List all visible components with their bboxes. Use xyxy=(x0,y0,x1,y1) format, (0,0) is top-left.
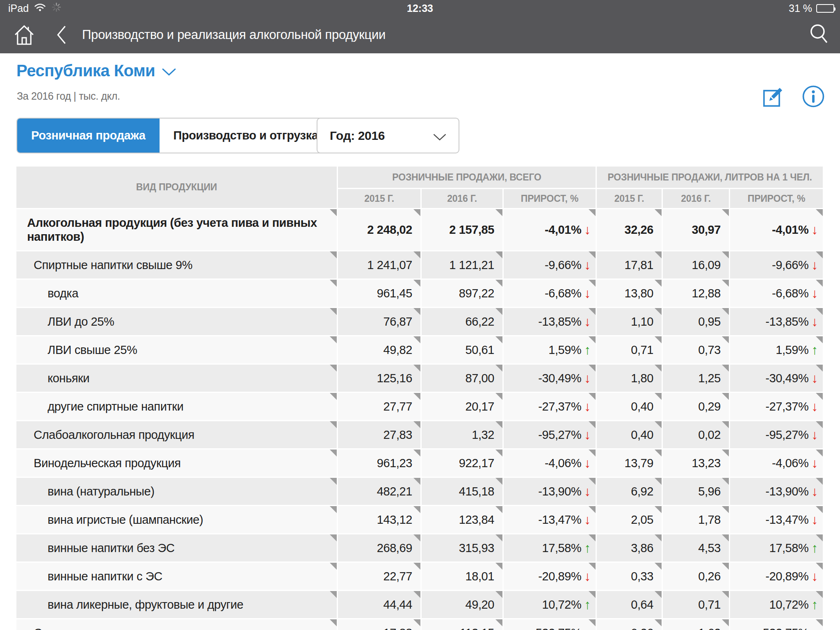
per-capita-growth-cell[interactable]: 17,58%↑ xyxy=(730,534,823,562)
retail-total-2015-cell[interactable]: 22,77 xyxy=(338,563,420,590)
per-capita-2015-cell[interactable]: 0,40 xyxy=(597,393,662,420)
retail-total-growth-cell[interactable]: -13,90%↓ xyxy=(504,478,596,505)
product-name-cell[interactable]: вина игристые (шампанские) xyxy=(16,506,337,533)
per-capita-2016-cell[interactable]: 1,62 xyxy=(663,619,729,630)
product-name-cell[interactable]: вина (натуральные) xyxy=(16,478,337,505)
retail-total-2015-cell[interactable]: 2 248,02 xyxy=(338,209,420,250)
per-capita-2015-cell[interactable]: 1,10 xyxy=(597,308,662,335)
per-capita-2015-cell[interactable]: 0,71 xyxy=(597,336,662,363)
product-name-cell[interactable]: коньяки xyxy=(16,365,337,392)
retail-total-growth-cell[interactable]: -13,85%↓ xyxy=(504,308,596,335)
retail-total-2016-cell[interactable]: 20,17 xyxy=(422,393,502,420)
per-capita-2015-cell[interactable]: 0,33 xyxy=(597,563,662,590)
retail-total-2015-cell[interactable]: 482,21 xyxy=(338,478,420,505)
per-capita-2016-cell[interactable]: 0,95 xyxy=(663,308,729,335)
retail-total-2015-cell[interactable]: 27,77 xyxy=(338,393,420,420)
retail-total-2016-cell[interactable]: 2 157,85 xyxy=(422,209,502,250)
tab-retail-sales[interactable]: Розничная продажа xyxy=(17,119,160,153)
retail-total-growth-cell[interactable]: -30,49%↓ xyxy=(504,365,596,392)
per-capita-2016-cell[interactable]: 0,71 xyxy=(663,591,729,618)
retail-total-2015-cell[interactable]: 1 241,07 xyxy=(338,251,420,278)
retail-total-2015-cell[interactable]: 125,16 xyxy=(338,365,420,392)
per-capita-2015-cell[interactable]: 13,80 xyxy=(597,280,662,307)
retail-total-growth-cell[interactable]: 17,58%↑ xyxy=(504,534,596,562)
retail-total-2015-cell[interactable]: 143,12 xyxy=(338,506,420,533)
per-capita-2015-cell[interactable]: 2,05 xyxy=(597,506,662,533)
per-capita-2016-cell[interactable]: 0,02 xyxy=(663,421,729,448)
per-capita-2015-cell[interactable]: 6,92 xyxy=(597,478,662,505)
retail-total-growth-cell[interactable]: -9,66%↓ xyxy=(504,251,596,278)
per-capita-2015-cell[interactable]: 1,80 xyxy=(597,365,662,392)
retail-total-2016-cell[interactable]: 49,20 xyxy=(422,591,502,618)
edit-icon[interactable] xyxy=(762,85,785,110)
per-capita-2016-cell[interactable]: 0,29 xyxy=(663,393,729,420)
retail-total-growth-cell[interactable]: -6,68%↓ xyxy=(504,280,596,307)
product-name-cell[interactable]: Слабоалкогольная продукция xyxy=(16,421,337,448)
region-selector[interactable]: Республика Коми xyxy=(16,62,176,80)
per-capita-2015-cell[interactable]: 0,26 xyxy=(597,619,662,630)
per-capita-growth-cell[interactable]: 532,75%↑ xyxy=(730,619,823,630)
retail-total-growth-cell[interactable]: 1,59%↑ xyxy=(504,336,596,363)
product-name-cell[interactable]: винные напитки без ЭС xyxy=(16,534,337,562)
per-capita-2015-cell[interactable]: 3,86 xyxy=(597,534,662,562)
retail-total-2015-cell[interactable]: 268,69 xyxy=(338,534,420,562)
product-name-cell[interactable]: ЛВИ свыше 25% xyxy=(16,336,337,363)
per-capita-2016-cell[interactable]: 13,23 xyxy=(663,450,729,477)
home-button[interactable] xyxy=(12,23,36,47)
per-capita-growth-cell[interactable]: -20,89%↓ xyxy=(730,563,823,590)
year-filter-dropdown[interactable]: Год: 2016 xyxy=(317,118,459,153)
product-name-cell[interactable]: водка xyxy=(16,280,337,307)
per-capita-growth-cell[interactable]: -4,06%↓ xyxy=(730,450,823,477)
per-capita-2016-cell[interactable]: 0,26 xyxy=(663,563,729,590)
per-capita-2016-cell[interactable]: 4,53 xyxy=(663,534,729,562)
retail-total-growth-cell[interactable]: -27,37%↓ xyxy=(504,393,596,420)
retail-total-2016-cell[interactable]: 922,17 xyxy=(422,450,502,477)
per-capita-2016-cell[interactable]: 30,97 xyxy=(663,209,729,250)
retail-total-growth-cell[interactable]: -20,89%↓ xyxy=(504,563,596,590)
retail-total-2015-cell[interactable]: 76,87 xyxy=(338,308,420,335)
retail-total-2015-cell[interactable]: 49,82 xyxy=(338,336,420,363)
per-capita-growth-cell[interactable]: -13,85%↓ xyxy=(730,308,823,335)
retail-total-growth-cell[interactable]: 532,75%↑ xyxy=(504,619,596,630)
retail-total-2016-cell[interactable]: 315,93 xyxy=(422,534,502,562)
retail-total-2015-cell[interactable]: 27,83 xyxy=(338,421,420,448)
per-capita-growth-cell[interactable]: -6,68%↓ xyxy=(730,280,823,307)
retail-total-2015-cell[interactable]: 961,23 xyxy=(338,450,420,477)
per-capita-growth-cell[interactable]: -13,90%↓ xyxy=(730,478,823,505)
retail-total-2016-cell[interactable]: 18,01 xyxy=(422,563,502,590)
retail-total-2016-cell[interactable]: 1 121,21 xyxy=(422,251,502,278)
product-name-cell[interactable]: Винодельческая продукция xyxy=(16,450,337,477)
retail-total-2016-cell[interactable]: 123,84 xyxy=(422,506,502,533)
retail-total-2016-cell[interactable]: 897,22 xyxy=(422,280,502,307)
product-name-cell[interactable]: винные напитки с ЭС xyxy=(16,563,337,590)
per-capita-growth-cell[interactable]: -27,37%↓ xyxy=(730,393,823,420)
product-name-cell[interactable]: Сидр, пуаре, медовуха xyxy=(16,619,337,630)
per-capita-growth-cell[interactable]: -9,66%↓ xyxy=(730,251,823,278)
retail-total-growth-cell[interactable]: -4,01%↓ xyxy=(504,209,596,250)
per-capita-2016-cell[interactable]: 1,25 xyxy=(663,365,729,392)
per-capita-growth-cell[interactable]: -13,47%↓ xyxy=(730,506,823,533)
per-capita-growth-cell[interactable]: 10,72%↑ xyxy=(730,591,823,618)
product-name-cell[interactable]: другие спиртные напитки xyxy=(16,393,337,420)
per-capita-growth-cell[interactable]: -95,27%↓ xyxy=(730,421,823,448)
retail-total-growth-cell[interactable]: 10,72%↑ xyxy=(504,591,596,618)
retail-total-2015-cell[interactable]: 961,45 xyxy=(338,280,420,307)
retail-total-2016-cell[interactable]: 415,18 xyxy=(422,478,502,505)
retail-total-growth-cell[interactable]: -13,47%↓ xyxy=(504,506,596,533)
per-capita-2015-cell[interactable]: 13,79 xyxy=(597,450,662,477)
info-icon[interactable] xyxy=(801,84,825,110)
search-icon[interactable] xyxy=(808,22,829,47)
retail-total-2015-cell[interactable]: 44,44 xyxy=(338,591,420,618)
per-capita-2015-cell[interactable]: 17,81 xyxy=(597,251,662,278)
retail-total-2016-cell[interactable]: 87,00 xyxy=(422,365,502,392)
retail-total-2016-cell[interactable]: 113,15 xyxy=(422,619,502,630)
back-button[interactable] xyxy=(56,25,67,45)
per-capita-growth-cell[interactable]: -4,01%↓ xyxy=(730,209,823,250)
product-name-cell[interactable]: Алкогольная продукция (без учета пива и … xyxy=(16,209,337,250)
per-capita-2016-cell[interactable]: 1,78 xyxy=(663,506,729,533)
retail-total-2015-cell[interactable]: 17,88 xyxy=(338,619,420,630)
per-capita-2015-cell[interactable]: 32,26 xyxy=(597,209,662,250)
tab-production-shipment[interactable]: Производство и отгрузка xyxy=(160,119,332,153)
per-capita-2016-cell[interactable]: 12,88 xyxy=(663,280,729,307)
per-capita-growth-cell[interactable]: 1,59%↑ xyxy=(730,336,823,363)
